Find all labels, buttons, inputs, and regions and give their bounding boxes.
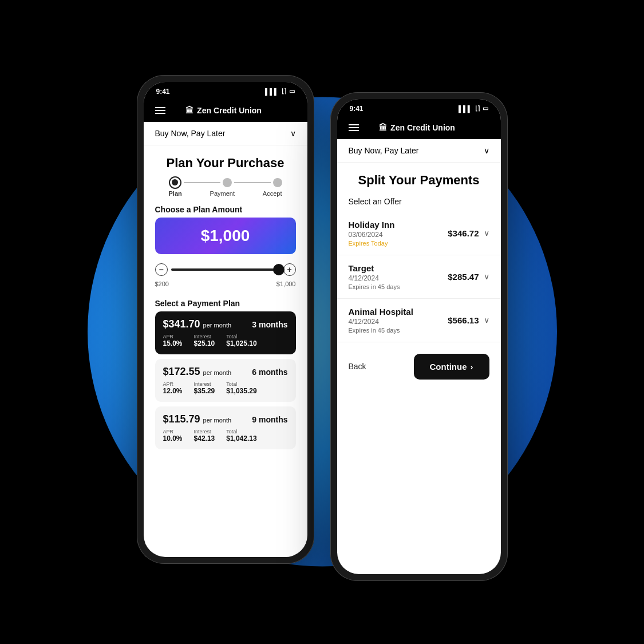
amount-display: $1,000 [155, 218, 296, 254]
phone-1: 9:41 ▌▌▌ ⌊⌉ ▭ 🏛 Zen Credit Union [137, 75, 314, 564]
battery-icon-2: ▭ [483, 105, 488, 112]
offer-1-left: Holiday Inn 03/06/2024 Expires Today [349, 220, 395, 247]
payment-plan-label: Select a Payment Plan [155, 294, 296, 311]
plan-1-total: Total $1,025.10 [226, 334, 256, 347]
plan-3-total: Total $1,042.13 [226, 429, 256, 442]
offer-1-name: Holiday Inn [349, 220, 395, 230]
plan-1-per: per month [203, 322, 232, 329]
offer-item-3[interactable]: Animal Hospital 4/12/2024 Expires in 45 … [337, 299, 501, 342]
app-title-text-2: Zen Credit Union [390, 123, 455, 132]
step-circle-payment [223, 178, 232, 187]
wifi-icon: ⌊⌉ [282, 88, 286, 95]
plan-card-2[interactable]: $172.55 per month 6 months APR 12.0% Int… [155, 359, 296, 402]
bnpl-label-1: Buy Now, Pay Later [155, 129, 226, 138]
plan-3-months: 9 months [252, 415, 287, 424]
page-title-1: Plan Your Purchase [144, 145, 307, 176]
offer-2-date: 4/12/2024 [349, 274, 400, 282]
offer-item-2[interactable]: Target 4/12/2024 Expires in 45 days $285… [337, 255, 501, 299]
plan-card-3[interactable]: $115.79 per month 9 months APR 10.0% Int… [155, 406, 296, 449]
steps-circles [155, 176, 296, 189]
step-line-1 [184, 182, 220, 183]
menu-button-2[interactable] [349, 124, 359, 131]
offer-2-right: $285.47 ∨ [448, 272, 489, 282]
offer-3-name: Animal Hospital [349, 307, 413, 317]
slider-plus-button[interactable]: + [283, 263, 296, 276]
plan-3-interest: Interest $42.13 [194, 429, 215, 442]
back-button[interactable]: Back [349, 362, 366, 371]
slider-max-label: $1,000 [276, 280, 296, 287]
offer-1-chevron-icon: ∨ [484, 228, 489, 238]
bnpl-header-2[interactable]: Buy Now, Pay Later ∨ [337, 139, 501, 163]
steps-labels: Plan Payment Accept [155, 190, 296, 197]
slider-track [171, 268, 280, 271]
status-bar-1: 9:41 ▌▌▌ ⌊⌉ ▭ [144, 82, 307, 99]
offer-1-date: 03/06/2024 [349, 231, 395, 239]
plan-3-per: per month [203, 417, 232, 424]
slider-labels: $200 $1,000 [144, 279, 307, 289]
offer-2-name: Target [349, 263, 400, 273]
slider-range[interactable] [171, 265, 280, 274]
menu-button-1[interactable] [155, 107, 165, 114]
plan-card-3-top: $115.79 per month 9 months [163, 413, 288, 425]
steps-container-1: Plan Payment Accept [144, 176, 307, 197]
step-label-plan: Plan [169, 190, 182, 197]
bnpl-chevron-2: ∨ [484, 146, 489, 155]
offer-3-expires: Expires in 45 days [349, 327, 413, 334]
app-title-2: 🏛 Zen Credit Union [379, 123, 455, 132]
plan-2-interest: Interest $35.29 [194, 381, 215, 395]
slider-minus-button[interactable]: − [155, 263, 168, 276]
notch-1 [200, 82, 251, 96]
slider-container[interactable]: − + [144, 260, 307, 279]
plan-2-apr: APR 12.0% [163, 381, 183, 395]
offer-1-amount: $346.72 [448, 228, 479, 238]
continue-button[interactable]: Continue › [414, 354, 489, 380]
phone-1-screen: 9:41 ▌▌▌ ⌊⌉ ▭ 🏛 Zen Credit Union [144, 82, 307, 557]
plan-card-1[interactable]: $341.70 per month 3 months APR 15.0% Int… [155, 311, 296, 354]
continue-arrow-icon: › [471, 362, 473, 372]
bnpl-chevron-1: ∨ [290, 129, 296, 138]
status-icons-2: ▌▌▌ ⌊⌉ ▭ [459, 105, 488, 112]
battery-icon: ▭ [289, 88, 295, 95]
offer-2-expires: Expires in 45 days [349, 283, 400, 290]
step-label-accept: Accept [263, 190, 282, 197]
plan-2-months: 6 months [252, 368, 287, 377]
plan-1-amount: $341.70 per month [163, 318, 232, 330]
plan-card-1-top: $341.70 per month 3 months [163, 318, 288, 330]
offer-3-amount: $566.13 [448, 315, 479, 325]
plan-card-2-top: $172.55 per month 6 months [163, 366, 288, 378]
phones-container: 9:41 ▌▌▌ ⌊⌉ ▭ 🏛 Zen Credit Union [137, 75, 508, 581]
bnpl-label-2: Buy Now, Pay Later [349, 146, 419, 155]
phone-2: 9:41 ▌▌▌ ⌊⌉ ▭ 🏛 Zen Credit Union [330, 92, 508, 581]
step-circle-plan-inner [172, 179, 178, 185]
offer-3-chevron-icon: ∨ [484, 315, 489, 325]
phone2-footer: Back Continue › [337, 342, 501, 391]
plan-2-total: Total $1,035.29 [226, 381, 256, 395]
slider-controls: − + [155, 263, 296, 276]
time-1: 9:41 [156, 88, 170, 96]
bank-icon-2: 🏛 [379, 123, 387, 132]
bnpl-header-1[interactable]: Buy Now, Pay Later ∨ [144, 122, 307, 145]
offer-3-left: Animal Hospital 4/12/2024 Expires in 45 … [349, 307, 413, 334]
page-title-2: Split Your Payments [337, 163, 501, 193]
app-title-text-1: Zen Credit Union [197, 106, 262, 115]
offer-1-expires: Expires Today [349, 240, 395, 247]
slider-thumb [273, 264, 285, 275]
plan-1-interest: Interest $25.10 [194, 334, 215, 347]
notch-2 [393, 99, 445, 113]
status-bar-2: 9:41 ▌▌▌ ⌊⌉ ▭ [337, 99, 501, 116]
plan-2-per: per month [203, 369, 232, 376]
choose-amount-label: Choose a Plan Amount [144, 200, 307, 218]
plan-3-details: APR 10.0% Interest $42.13 Total $1,042.1… [163, 429, 288, 442]
offers-list: Holiday Inn 03/06/2024 Expires Today $34… [337, 212, 501, 342]
status-icons-1: ▌▌▌ ⌊⌉ ▭ [265, 88, 294, 95]
payment-plan-section: Select a Payment Plan $341.70 per month … [144, 289, 307, 449]
plan-2-amount: $172.55 per month [163, 366, 232, 378]
signal-icon: ▌▌▌ [265, 88, 278, 95]
offer-1-right: $346.72 ∨ [448, 228, 489, 238]
app-header-1: 🏛 Zen Credit Union [144, 99, 307, 122]
app-header-2: 🏛 Zen Credit Union [337, 116, 501, 139]
offer-item-1[interactable]: Holiday Inn 03/06/2024 Expires Today $34… [337, 212, 501, 255]
continue-label: Continue [430, 362, 467, 372]
offer-2-amount: $285.47 [448, 272, 479, 282]
plan-3-apr: APR 10.0% [163, 429, 183, 442]
